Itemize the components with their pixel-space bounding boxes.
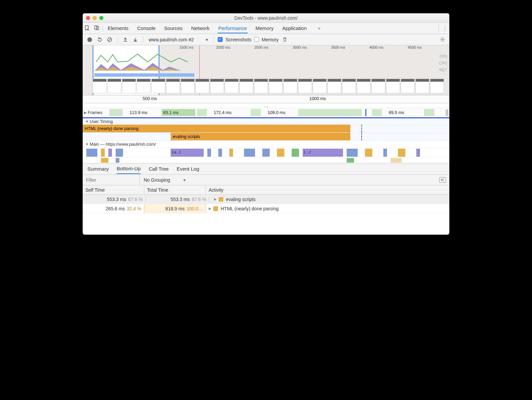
total-ms: 553.3 ms <box>171 197 190 202</box>
thumbnail[interactable] <box>107 79 121 93</box>
tab-elements[interactable]: Elements <box>107 23 129 33</box>
frames-label: Frames <box>88 110 102 115</box>
thumbnail[interactable] <box>371 79 385 93</box>
thumbnail[interactable] <box>195 79 209 93</box>
main-thread-header[interactable]: ▼ Main — https://www.paulirish.com/ <box>83 141 449 148</box>
main-thread-label: Main — https://www.paulirish.com/ <box>90 142 156 147</box>
frames-track[interactable]: ▶ Frames 113.9 ms 83.1 ms 172.4 ms 109.0… <box>83 108 449 117</box>
timing-bar-html-parsing[interactable]: HTML (nearly) done parsing <box>83 125 350 132</box>
collapse-icon[interactable]: ▼ <box>85 142 89 146</box>
col-total-time[interactable]: Total Time <box>144 185 206 194</box>
table-row[interactable]: 265.6 ms32.4 % 818.9 ms100.0… ▶HTML (nea… <box>83 204 449 213</box>
minimize-icon[interactable] <box>93 16 97 20</box>
flame-chart-sub[interactable] <box>83 157 449 163</box>
expand-icon[interactable]: ▶ <box>209 207 211 210</box>
zoom-icon[interactable] <box>99 16 103 20</box>
tab-performance[interactable]: Performance <box>218 23 248 33</box>
collapsed-tracks-indicator[interactable]: … <box>83 103 449 108</box>
timing-bar-evaling-scripts[interactable]: evaling scripts <box>171 133 350 140</box>
details-tabs: Summary Bottom-Up Call Tree Event Log <box>83 163 449 175</box>
overview-pane[interactable]: 500 ms 1000 ms 1500 ms 2000 ms 2500 ms 3… <box>83 45 449 95</box>
marker-line <box>361 125 362 132</box>
flame-block[interactable]: L…t <box>303 149 343 157</box>
thumbnail[interactable] <box>225 79 239 93</box>
memory-checkbox[interactable] <box>254 37 259 42</box>
thumbnail[interactable] <box>386 79 400 93</box>
thumbnail[interactable] <box>283 79 297 93</box>
self-ms: 553.3 ms <box>107 197 126 202</box>
tick: 4500 ms <box>408 45 422 49</box>
svg-point-4 <box>442 39 443 40</box>
save-profile-button[interactable] <box>132 36 139 43</box>
flame-block[interactable]: La…t <box>171 149 204 157</box>
thumbnail[interactable] <box>181 79 195 93</box>
col-activity[interactable]: Activity <box>206 185 449 194</box>
flame-chart[interactable]: La…t L…t <box>83 148 449 157</box>
tab-sources[interactable]: Sources <box>164 23 183 33</box>
tab-summary[interactable]: Summary <box>87 164 109 174</box>
thumbnail[interactable] <box>239 79 253 93</box>
screenshots-checkbox[interactable] <box>218 37 223 42</box>
tab-application[interactable]: Application <box>282 23 307 33</box>
thumbnail[interactable] <box>313 79 327 93</box>
thumbnail[interactable] <box>166 79 180 93</box>
device-toggle-icon[interactable] <box>92 25 101 32</box>
thumbnail[interactable] <box>327 79 341 93</box>
col-self-time[interactable]: Self Time <box>83 185 144 194</box>
thumbnail[interactable] <box>210 79 224 93</box>
net-label: NET <box>439 67 447 73</box>
grouping-selector[interactable]: No Grouping ▾ <box>140 177 190 183</box>
tab-console[interactable]: Console <box>137 23 156 33</box>
tab-network[interactable]: Network <box>191 23 210 33</box>
expand-icon[interactable]: ▶ <box>214 197 217 201</box>
thumbnail[interactable] <box>415 79 429 93</box>
self-pct: 67.6 % <box>128 197 143 202</box>
clear-button[interactable] <box>106 36 113 43</box>
timeline-ruler[interactable]: 500 ms 1000 ms <box>83 95 449 103</box>
user-timing-row[interactable]: HTML (nearly) done parsing <box>83 125 449 133</box>
thumbnail[interactable] <box>298 79 312 93</box>
frame-duration: 83.1 ms <box>163 110 179 115</box>
dropdown-caret-icon: ▾ <box>206 37 208 42</box>
tick: 3000 ms <box>293 45 307 49</box>
close-icon[interactable] <box>86 16 90 20</box>
thumbnail[interactable] <box>254 79 268 93</box>
tab-bottom-up[interactable]: Bottom-Up <box>117 164 141 174</box>
load-profile-button[interactable] <box>122 36 129 43</box>
thumbnail[interactable] <box>269 79 283 93</box>
screenshot-thumbnails <box>93 79 447 93</box>
thumbnail[interactable] <box>93 79 107 93</box>
marker-line <box>361 133 362 140</box>
scrollbar-thumb[interactable] <box>446 109 448 116</box>
recording-selector[interactable]: www.paulirish.com #2 ▾ <box>147 37 209 42</box>
frame-duration: 109.0 ms <box>268 110 285 115</box>
tab-event-log[interactable]: Event Log <box>177 164 199 174</box>
collapse-sidebar-icon[interactable]: ◂│ <box>439 177 446 183</box>
divider <box>117 36 118 43</box>
user-timing-header[interactable]: ▼ User Timing <box>83 117 449 125</box>
self-pct: 32.4 % <box>127 206 141 211</box>
kebab-menu-icon[interactable]: ⋮ <box>440 26 449 31</box>
table-row[interactable]: 553.3 ms67.6 % 553.3 ms67.6 % ▶evaling s… <box>83 195 449 204</box>
collapse-icon[interactable]: ▼ <box>85 120 89 123</box>
thumbnail[interactable] <box>122 79 136 93</box>
thumbnail[interactable] <box>430 79 444 93</box>
thumbnail[interactable] <box>342 79 356 93</box>
expand-icon[interactable]: ▶ <box>84 111 87 114</box>
thumbnail[interactable] <box>151 79 165 93</box>
table-header: Self Time Total Time Activity <box>83 185 449 195</box>
tab-memory[interactable]: Memory <box>255 23 274 33</box>
tab-call-tree[interactable]: Call Tree <box>149 164 169 174</box>
thumbnail[interactable] <box>137 79 151 93</box>
thumbnail[interactable] <box>401 79 415 93</box>
reload-button[interactable] <box>96 36 103 43</box>
thumbnail[interactable] <box>357 79 371 93</box>
filter-input[interactable] <box>83 177 139 183</box>
record-button[interactable] <box>86 36 93 43</box>
ruler-tick: 500 ms <box>143 96 157 101</box>
trash-icon[interactable] <box>281 36 289 43</box>
inspect-icon[interactable] <box>83 25 92 32</box>
user-timing-row[interactable]: evaling scripts <box>83 133 449 141</box>
more-tabs-icon[interactable]: » <box>315 26 324 31</box>
settings-gear-icon[interactable] <box>439 36 446 43</box>
